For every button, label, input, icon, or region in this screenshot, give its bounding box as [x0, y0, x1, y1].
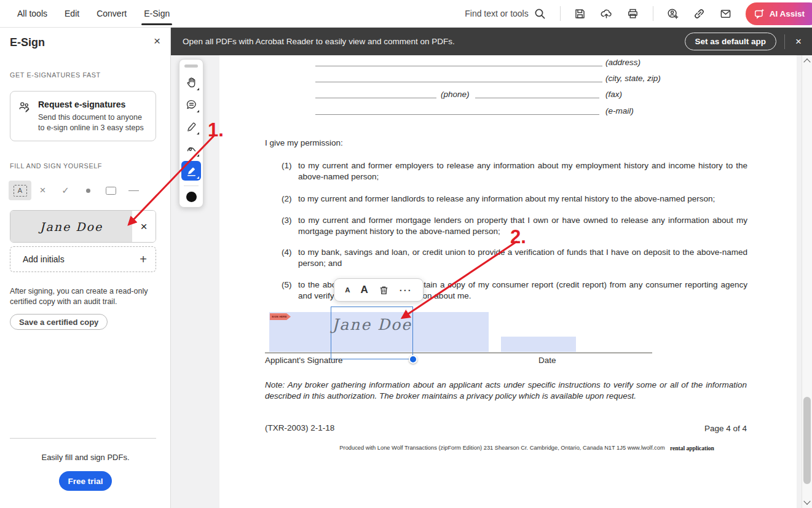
print-icon[interactable] — [626, 7, 640, 20]
dropdown-indicator — [197, 132, 199, 135]
menu-all-tools[interactable]: All tools — [9, 0, 56, 27]
permission-item-3: (3) to my current and former mortgage le… — [282, 215, 747, 236]
dot-tool[interactable] — [77, 181, 100, 200]
increase-font-button[interactable]: A — [361, 284, 368, 296]
sign-here-tag[interactable]: SIGN HERE — [270, 313, 291, 320]
blank-line — [315, 66, 602, 66]
item-number: (1) — [282, 160, 292, 171]
blank-line — [315, 82, 602, 82]
hand-tool[interactable] — [181, 72, 201, 92]
top-toolbar: All tools Edit Convert E-Sign Find text … — [0, 0, 812, 28]
trash-icon — [379, 285, 389, 295]
blank-line — [315, 98, 436, 98]
item-text: to my current and former employers to re… — [298, 160, 747, 182]
cross-tool[interactable]: × — [31, 181, 54, 200]
signature-line — [265, 353, 652, 353]
sidebar-divider — [10, 438, 156, 439]
date-label: Date — [538, 355, 556, 366]
document-viewport: (address) (city, state, zip) (phone) (fa… — [171, 55, 812, 508]
pdf-page: (address) (city, state, zip) (phone) (fa… — [219, 55, 797, 508]
topbar-actions: Find text or tools — [465, 0, 812, 27]
line-icon — [128, 190, 139, 191]
toolbar-divider — [184, 186, 199, 186]
link-icon[interactable] — [693, 7, 706, 20]
decrease-font-button[interactable]: A — [345, 286, 350, 294]
acrobat-window: All tools Edit Convert E-Sign Find text … — [0, 0, 812, 508]
placed-signature[interactable]: Jane Doe — [332, 316, 412, 334]
request-esignatures-card[interactable]: Request e-signatures Send this document … — [10, 91, 156, 141]
add-initials-label: Add initials — [23, 254, 65, 264]
dropdown-indicator — [197, 154, 199, 157]
draw-tool[interactable] — [181, 139, 201, 158]
save-icon[interactable] — [574, 7, 587, 20]
ai-assist-label: AI Assist — [770, 9, 805, 18]
permission-intro: I give my permission: — [265, 138, 343, 149]
set-default-app-button[interactable]: Set as default app — [685, 33, 777, 50]
scrollbar-thumb[interactable] — [803, 397, 811, 484]
find-label: Find text or tools — [465, 9, 529, 18]
permission-item-1: (1) to my current and former employers t… — [282, 160, 747, 182]
close-icon[interactable]: × — [793, 36, 804, 48]
panel-title: E-Sign — [10, 36, 45, 49]
saved-signature[interactable]: Jane Doe — [10, 211, 132, 242]
email-label: (e-mail) — [605, 106, 634, 115]
blank-line — [475, 98, 599, 98]
toolbar-divider — [560, 6, 561, 21]
find-text-or-tools[interactable]: Find text or tools — [465, 7, 547, 20]
search-icon[interactable] — [534, 7, 547, 20]
item-number: (5) — [282, 279, 292, 291]
dot-icon — [86, 189, 90, 193]
item-text: to my bank, savings and loan, or credit … — [298, 247, 747, 268]
dropdown-indicator — [197, 110, 199, 112]
cross-icon: × — [40, 184, 46, 197]
item-text: to my current and former mortgage lender… — [298, 215, 747, 236]
add-user-icon[interactable] — [666, 7, 680, 20]
form-code: (TXR-2003) 2-1-18 — [265, 423, 334, 434]
delete-button[interactable] — [379, 285, 389, 295]
more-options-button[interactable]: ··· — [400, 285, 412, 295]
color-swatch-black[interactable] — [186, 192, 197, 202]
saved-signature-row: Jane Doe × — [10, 210, 156, 243]
section-label-get-esignatures: GET E-SIGNATURES FAST — [10, 71, 101, 79]
dropdown-indicator — [197, 88, 199, 90]
vertical-scrollbar — [802, 55, 812, 508]
check-tool[interactable]: ✓ — [54, 181, 77, 200]
fill-sign-toolbar: A × ✓ — [9, 180, 148, 201]
date-form-field[interactable] — [501, 337, 576, 352]
saved-signature-name: Jane Doe — [40, 220, 103, 233]
line-tool[interactable] — [122, 181, 145, 200]
resize-handle[interactable] — [409, 355, 417, 364]
toolbar-drag-handle[interactable] — [184, 64, 198, 68]
free-trial-button[interactable]: Free trial — [59, 471, 112, 491]
rectangle-tool[interactable] — [100, 181, 122, 200]
document-label: rental application — [670, 445, 714, 451]
toolbar-divider — [653, 6, 653, 21]
request-esignatures-people-icon — [18, 100, 31, 133]
add-initials-button[interactable]: Add initials + — [10, 246, 156, 272]
plus-icon: + — [140, 252, 147, 267]
close-icon[interactable]: × — [154, 35, 160, 47]
phone-fax-row: (phone) (fax) — [219, 90, 797, 99]
ai-assist-button[interactable]: AI Assist — [746, 2, 812, 25]
city-state-zip-label: (city, state, zip) — [605, 74, 661, 83]
cloud-upload-icon[interactable] — [600, 7, 613, 20]
request-card-text: Request e-signatures Send this document … — [38, 100, 148, 133]
highlight-tool[interactable] — [181, 117, 201, 136]
sign-tool[interactable] — [181, 161, 201, 181]
e-sign-panel: E-Sign × GET E-SIGNATURES FAST Request e… — [0, 28, 171, 508]
menu-convert[interactable]: Convert — [88, 0, 135, 27]
scroll-up-icon[interactable] — [803, 58, 810, 65]
phone-label: (phone) — [441, 90, 470, 99]
menu-edit[interactable]: Edit — [56, 0, 88, 27]
item-number: (2) — [282, 193, 292, 205]
text-field-tool[interactable]: A — [9, 181, 31, 200]
save-certified-copy-button[interactable]: Save a certified copy — [10, 314, 108, 330]
delete-signature-icon[interactable]: × — [132, 211, 156, 242]
menu-e-sign[interactable]: E-Sign — [135, 0, 178, 27]
item-text: to my current and former landlords to re… — [298, 193, 747, 205]
comment-tool[interactable] — [181, 95, 201, 114]
mail-icon[interactable] — [719, 7, 733, 20]
scroll-down-icon[interactable] — [803, 498, 810, 504]
ai-chat-icon — [754, 8, 765, 20]
main-menu: All tools Edit Convert E-Sign — [0, 0, 178, 27]
